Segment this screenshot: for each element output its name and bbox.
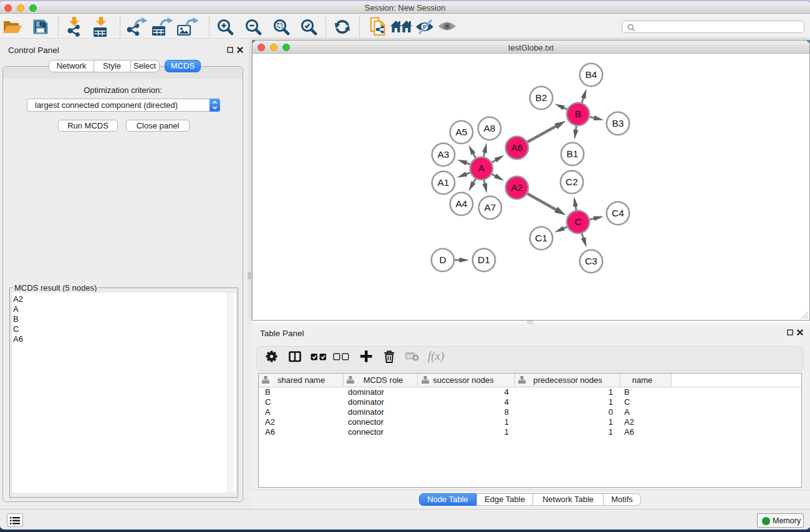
svg-text:A4: A4 [456, 198, 468, 209]
svg-text:A5: A5 [456, 127, 468, 137]
svg-text:C2: C2 [566, 177, 578, 187]
svg-text:B: B [575, 109, 581, 119]
svg-text:C3: C3 [585, 256, 597, 266]
svg-text:A8: A8 [484, 123, 496, 133]
svg-text:D: D [439, 254, 446, 265]
svg-text:A6: A6 [511, 142, 523, 153]
svg-text:A: A [478, 163, 485, 173]
svg-text:B4: B4 [586, 69, 597, 80]
svg-text:D1: D1 [478, 254, 490, 265]
svg-text:B2: B2 [536, 92, 547, 103]
svg-text:A7: A7 [485, 202, 496, 213]
svg-text:A1: A1 [438, 177, 450, 188]
svg-text:C4: C4 [612, 208, 624, 218]
svg-text:A2: A2 [511, 182, 523, 193]
svg-text:C: C [574, 216, 581, 227]
svg-text:B1: B1 [567, 148, 579, 159]
svg-text:C1: C1 [535, 233, 547, 243]
svg-text:A3: A3 [438, 149, 450, 160]
svg-text:B3: B3 [612, 118, 624, 128]
